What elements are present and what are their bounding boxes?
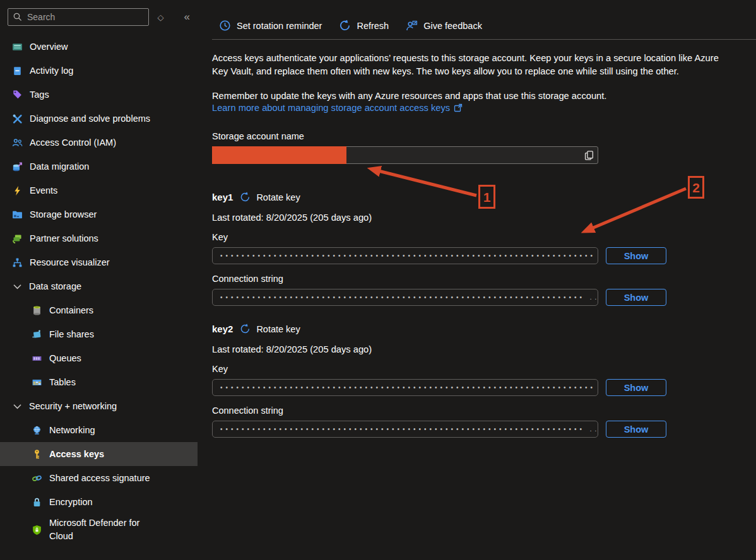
sidebar-item-label: Encryption [49, 497, 93, 507]
key2-key-row: ••••••••••••••••••••••••••••••••••••••••… [212, 379, 756, 396]
search-input[interactable] [8, 8, 149, 26]
key1-header: key1 Rotate key [212, 192, 756, 202]
sidebar-item-access-keys[interactable]: Access keys [0, 442, 198, 466]
sidebar-item-events[interactable]: Events [0, 178, 198, 202]
search-row: ◇ « [0, 0, 198, 31]
access-keys-icon [32, 449, 42, 460]
masked-value: ••••••••••••••••••••••••••••••••••••••••… [220, 384, 596, 391]
collapse-menu-icon[interactable]: « [182, 9, 192, 25]
key1-last-rotated: Last rotated: 8/20/2025 (205 days ago) [212, 213, 756, 223]
networking-icon [32, 425, 42, 436]
resource-visualizer-icon [12, 257, 23, 268]
nav-list: Overview Activity log Tags Diagnose and … [0, 35, 198, 545]
masked-value: ••••••••••••••••••••••••••••••••••••••••… [220, 294, 598, 301]
sidebar-item-overview[interactable]: Overview [0, 35, 198, 59]
diagnose-icon [12, 114, 23, 124]
sidebar-item-tags[interactable]: Tags [0, 83, 198, 107]
key2-connection-string-label: Connection string [212, 405, 756, 416]
key2-last-rotated: Last rotated: 8/20/2025 (205 days ago) [212, 344, 756, 354]
key1-connection-string-row: ••••••••••••••••••••••••••••••••••••••••… [212, 289, 756, 306]
chevron-down-icon [12, 281, 23, 292]
tables-icon [32, 377, 42, 388]
key2-connection-string-row: ••••••••••••••••••••••••••••••••••••••••… [212, 421, 756, 438]
key1-key-show-button[interactable]: Show [606, 247, 666, 264]
sidebar-item-tables[interactable]: Tables [0, 370, 198, 394]
sidebar-group-label: Data storage [29, 281, 81, 291]
learn-more-link[interactable]: Learn more about managing storage accoun… [212, 103, 463, 113]
storage-account-name-field[interactable] [212, 146, 598, 164]
feedback-icon [406, 20, 418, 32]
key2-title: key2 [212, 324, 233, 334]
sidebar-item-file-shares[interactable]: File shares [0, 322, 198, 346]
rotate-icon [240, 192, 251, 202]
sidebar-item-label: Access Control (IAM) [30, 137, 116, 148]
sidebar-item-data-migration[interactable]: Data migration [0, 155, 198, 178]
sidebar-group-label: Security + networking [29, 401, 117, 411]
sidebar-item-label: Microsoft Defender for Cloud [49, 516, 155, 543]
sidebar-item-label: Overview [30, 42, 68, 52]
sidebar-item-containers[interactable]: Containers [0, 298, 198, 322]
sidebar-item-label: Storage browser [30, 209, 97, 219]
rotate-key2-button[interactable]: Rotate key [240, 324, 300, 334]
chevron-down-icon [12, 401, 23, 412]
key1-key-label: Key [212, 232, 756, 242]
toolbar-divider [212, 39, 756, 40]
defender-icon [32, 525, 42, 535]
key2-key-show-button[interactable]: Show [606, 379, 666, 396]
toolbar-label: Set rotation reminder [237, 21, 322, 31]
file-shares-icon [32, 329, 42, 340]
masked-value: ••••••••••••••••••••••••••••••••••••••••… [220, 252, 596, 259]
access-control-icon [12, 137, 23, 148]
sidebar-group-security-networking[interactable]: Security + networking [0, 394, 198, 418]
set-rotation-reminder-button[interactable]: Set rotation reminder [219, 20, 322, 32]
sidebar-item-label: Diagnose and solve problems [30, 114, 150, 124]
sidebar-item-activity-log[interactable]: Activity log [0, 59, 198, 83]
give-feedback-button[interactable]: Give feedback [406, 20, 482, 32]
command-bar: Set rotation reminder Refresh Give feedb… [212, 20, 756, 32]
sidebar-item-storage-browser[interactable]: Storage browser [0, 202, 198, 226]
queues-icon [32, 353, 42, 364]
key1-key-row: ••••••••••••••••••••••••••••••••••••••••… [212, 247, 756, 264]
clock-icon [219, 20, 231, 32]
events-icon [12, 185, 23, 196]
sidebar-item-label: Queues [49, 353, 81, 363]
sidebar-item-label: Resource visualizer [30, 257, 110, 267]
key1-connection-string-label: Connection string [212, 274, 756, 284]
key1-title: key1 [212, 192, 233, 202]
redaction-block [212, 146, 346, 164]
sidebar-item-label: Data migration [30, 161, 89, 172]
key2-key-label: Key [212, 364, 756, 374]
key2-connection-string-field[interactable]: ••••••••••••••••••••••••••••••••••••••••… [212, 421, 598, 438]
key2-key-field[interactable]: ••••••••••••••••••••••••••••••••••••••••… [212, 379, 598, 396]
external-link-icon [454, 103, 463, 112]
sidebar-item-diagnose[interactable]: Diagnose and solve problems [0, 107, 198, 131]
reminder-text: Remember to update the keys with any Azu… [212, 91, 756, 101]
refresh-button[interactable]: Refresh [339, 20, 389, 32]
key2-header: key2 Rotate key [212, 324, 756, 334]
toolbar-label: Refresh [357, 21, 389, 31]
copy-icon[interactable] [584, 150, 594, 161]
sidebar-item-shared-access-signature[interactable]: Shared access signature [0, 466, 198, 490]
key1-key-field[interactable]: ••••••••••••••••••••••••••••••••••••••••… [212, 247, 598, 264]
overview-icon [12, 42, 23, 52]
sas-icon [32, 473, 42, 484]
sidebar-item-partner-solutions[interactable]: Partner solutions [0, 226, 198, 250]
data-migration-icon [12, 161, 23, 172]
sidebar-item-defender-for-cloud[interactable]: Microsoft Defender for Cloud [0, 514, 198, 545]
key1-connection-string-field[interactable]: ••••••••••••••••••••••••••••••••••••••••… [212, 289, 598, 306]
activity-log-icon [12, 66, 23, 76]
rotate-key1-button[interactable]: Rotate key [240, 192, 300, 202]
key2-connection-show-button[interactable]: Show [606, 421, 666, 438]
sidebar-item-resource-visualizer[interactable]: Resource visualizer [0, 250, 198, 274]
sidebar-group-data-storage[interactable]: Data storage [0, 274, 198, 298]
containers-icon [32, 305, 42, 316]
sidebar-item-access-control-iam[interactable]: Access Control (IAM) [0, 131, 198, 155]
resize-menu-icon[interactable]: ◇ [155, 11, 167, 23]
key1-connection-show-button[interactable]: Show [606, 289, 666, 306]
sidebar-item-queues[interactable]: Queues [0, 346, 198, 370]
sidebar-item-label: Access keys [49, 449, 104, 459]
sidebar-item-networking[interactable]: Networking [0, 418, 198, 442]
refresh-icon [339, 20, 351, 32]
sidebar-item-encryption[interactable]: Encryption [0, 490, 198, 514]
learn-more-label: Learn more about managing storage accoun… [212, 103, 450, 113]
